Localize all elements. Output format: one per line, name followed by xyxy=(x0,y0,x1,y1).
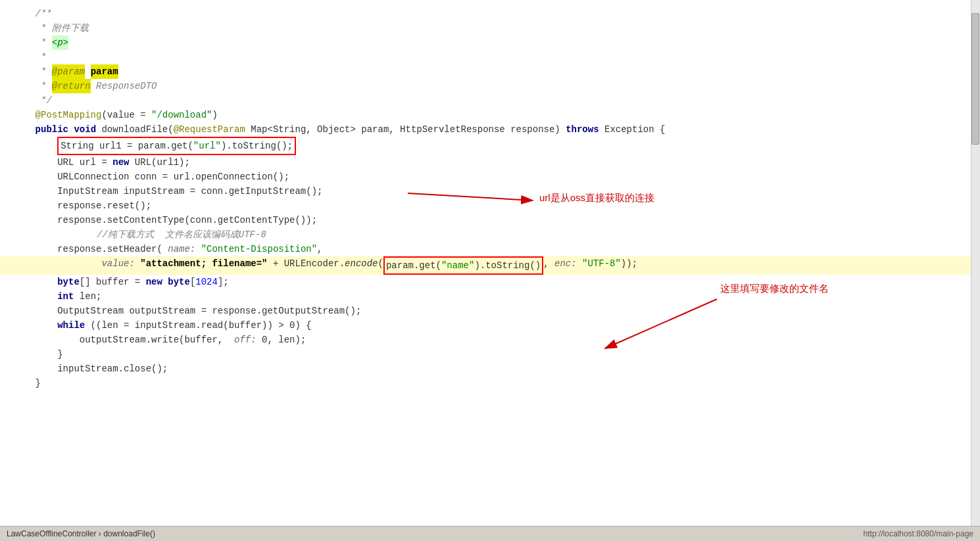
string-val: "UTF-8" xyxy=(577,256,621,271)
code-text: , xyxy=(317,242,322,256)
code-line-22: while ((len = inputStream.read(buffer)) … xyxy=(0,318,980,333)
code-text: URL(url1); xyxy=(129,155,189,170)
code-comment: */ xyxy=(13,93,52,108)
param-label: value: xyxy=(101,256,134,271)
code-line-17: response.setHeader( name: "Content-Dispo… xyxy=(0,242,980,256)
string-val: "/download" xyxy=(151,108,212,122)
code-tag: <p> xyxy=(52,35,68,50)
annotation-text-2: 这里填写要修改的文件名 xyxy=(720,283,829,295)
code-line-20: int len; xyxy=(0,289,980,304)
code-comment: * xyxy=(13,79,52,93)
statusbar-right: http://localhost:8080/main-page xyxy=(864,529,973,538)
code-text: response.setContentType(conn.getContentT… xyxy=(13,213,317,227)
code-text: outputStream.write(buffer, xyxy=(13,333,234,347)
annotation-text-1: url是从oss直接获取的连接 xyxy=(539,192,654,204)
code-line-24: } xyxy=(0,347,980,362)
code-text: len; xyxy=(74,289,101,304)
code-line-11: URL url = new URL(url1); xyxy=(0,155,980,170)
code-redbox-2: param.get("name").toString() xyxy=(383,256,543,275)
code-comment xyxy=(85,64,90,79)
code-line-21: OutputStream outputStream = response.get… xyxy=(0,304,980,318)
code-text: } xyxy=(13,347,63,362)
keyword-new: new xyxy=(112,155,129,170)
code-line-15: response.setContentType(conn.getContentT… xyxy=(0,213,980,227)
code-line-8: @PostMapping(value = "/download") xyxy=(0,108,980,122)
main-container: /** * 附件下载 * <p> * * @param param * @ret… xyxy=(0,0,980,526)
code-line-19: byte[] buffer = new byte[1024]; xyxy=(0,275,980,289)
keyword-void: void xyxy=(74,122,96,137)
code-text: ((len = inputStream.read(buffer)) > 0) { xyxy=(85,318,311,333)
code-line-16: //纯下载方式 文件名应该编码成UTF-8 xyxy=(0,227,980,242)
code-line-5: * @param param xyxy=(0,64,980,79)
code-comment: * xyxy=(13,50,46,64)
param-label: name: xyxy=(168,242,195,256)
code-line-3: * <p> xyxy=(0,35,980,50)
code-text: Map<String, Object> param, HttpServletRe… xyxy=(245,122,566,137)
code-line-12: URLConnection conn = url.openConnection(… xyxy=(0,170,980,184)
code-text: OutputStream outputStream = response.get… xyxy=(13,304,361,318)
breadcrumb: LawCaseOfflineController › downloadFile(… xyxy=(7,529,155,538)
code-line-18: value: "attachment; filename=" + URLEnco… xyxy=(0,256,980,275)
code-text: ( xyxy=(378,256,383,271)
code-line-26: } xyxy=(0,376,980,390)
code-line-7: */ xyxy=(0,93,980,108)
code-comment: /** xyxy=(13,7,52,21)
at-return: @return xyxy=(52,79,91,93)
code-text: )); xyxy=(621,256,637,271)
code-text: (value = xyxy=(101,108,151,122)
scrollbar-vertical[interactable] xyxy=(971,0,980,526)
code-text: ) xyxy=(212,108,217,122)
string-val: "Content-Disposition" xyxy=(195,242,317,256)
code-line-10: String url1 = param.get("url").toString(… xyxy=(0,137,980,155)
code-indent xyxy=(13,137,57,151)
code-comment: * xyxy=(13,35,52,50)
code-comment: * 附件下载 xyxy=(13,21,89,35)
keyword-int: int xyxy=(13,289,74,304)
code-text xyxy=(135,256,140,271)
code-line-2: * 附件下载 xyxy=(0,21,980,35)
code-text: [] buffer = xyxy=(80,275,146,289)
keyword-byte: byte xyxy=(13,275,80,289)
keyword-throws: throws xyxy=(566,122,599,137)
code-text: 0, len); xyxy=(257,333,306,347)
annotation-requestparam: @RequestParam xyxy=(174,122,245,137)
code-text: } xyxy=(13,376,41,390)
code-line-4: * xyxy=(0,50,980,64)
code-text: response.reset(); xyxy=(13,199,151,213)
code-text xyxy=(162,275,168,289)
code-line-13: InputStream inputStream = conn.getInputS… xyxy=(0,184,980,199)
at-param: @param xyxy=(52,64,85,79)
annotation-postmapping: @PostMapping xyxy=(13,108,101,122)
code-text xyxy=(68,122,74,137)
code-text: downloadFile( xyxy=(96,122,174,137)
code-line-1: /** xyxy=(0,7,980,21)
keyword-while: while xyxy=(13,318,85,333)
code-area: /** * 附件下载 * <p> * * @param param * @ret… xyxy=(0,0,980,397)
code-text: , xyxy=(543,256,554,271)
method-encode: encode xyxy=(345,256,378,271)
code-text: inputStream.close(); xyxy=(13,362,168,376)
scroll-thumb[interactable] xyxy=(971,13,979,145)
code-text: URL url = xyxy=(13,155,112,170)
code-inline-comment: //纯下载方式 文件名应该编码成UTF-8 xyxy=(53,227,266,242)
param-name: param xyxy=(91,64,118,79)
code-line-23: outputStream.write(buffer, off: 0, len); xyxy=(0,333,980,347)
code-line-6: * @return ResponseDTO xyxy=(0,79,980,93)
keyword-byte2: byte xyxy=(168,275,190,289)
code-line-14: response.reset(); xyxy=(0,199,980,213)
code-text xyxy=(13,256,101,271)
code-line-25: inputStream.close(); xyxy=(0,362,980,376)
code-text: + URLEncoder. xyxy=(267,256,345,271)
code-text: ]; xyxy=(218,275,229,289)
param-label: enc: xyxy=(554,256,577,271)
number-1024: 1024 xyxy=(195,275,218,289)
keyword-public: public xyxy=(13,122,68,137)
code-redbox-1: String url1 = param.get("url").toString(… xyxy=(57,137,296,155)
status-bar: LawCaseOfflineController › downloadFile(… xyxy=(0,526,980,541)
code-comment: ResponseDTO xyxy=(91,79,157,93)
code-text: response.setHeader( xyxy=(13,242,168,256)
code-text: Exception { xyxy=(599,122,666,137)
param-label: off: xyxy=(234,333,257,347)
string-prefix: "attachment; filename=" xyxy=(140,256,267,271)
code-text: URLConnection conn = url.openConnection(… xyxy=(13,170,289,184)
